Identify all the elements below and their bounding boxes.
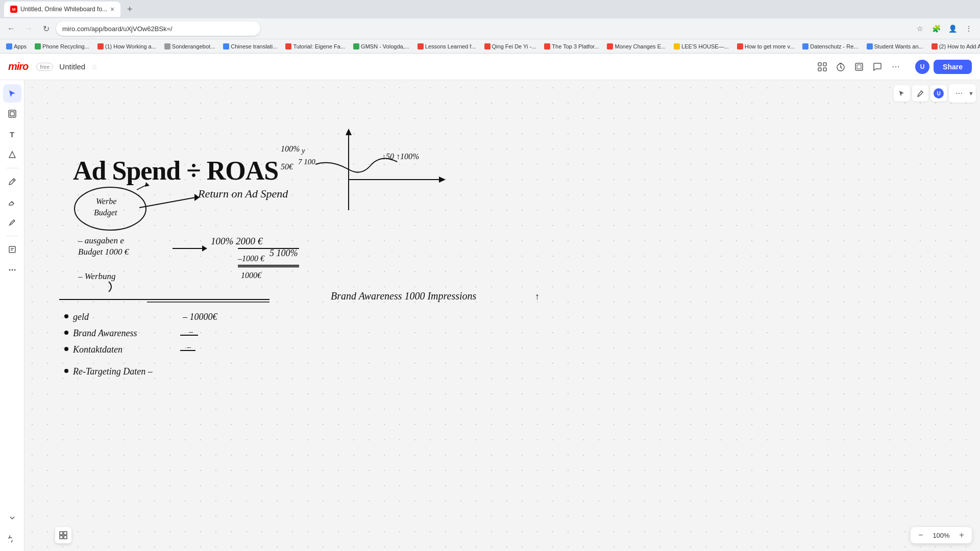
address-bar-row: ← → ↻ ☆ 🧩 👤 ⋮ xyxy=(0,18,980,39)
bookmark-icon xyxy=(164,43,170,49)
miro-app: miro free Untitled ☆ ⋯ U Share xyxy=(0,54,980,551)
timer-btn[interactable] xyxy=(832,59,849,75)
profile-btn[interactable]: 👤 xyxy=(945,21,960,36)
svg-text:–1000 €: –1000 € xyxy=(237,254,265,263)
sidebar-sticky-btn[interactable] xyxy=(3,240,21,259)
bookmark-13[interactable]: Datenschutz - Re... xyxy=(800,42,860,51)
active-tab[interactable]: M Untitled, Online Whiteboard fo... × xyxy=(4,2,120,17)
zoom-out-btn[interactable]: − xyxy=(915,529,927,541)
bookmark-6[interactable]: GMSN - Vologda,... xyxy=(351,42,411,51)
sidebar-cursor-btn[interactable] xyxy=(3,84,21,103)
pen-right-btn[interactable] xyxy=(912,85,928,102)
left-sidebar: T xyxy=(0,80,24,551)
sidebar-shapes-btn[interactable] xyxy=(3,145,21,164)
back-btn[interactable]: ← xyxy=(4,21,18,36)
svg-text:Return on Ad Spend: Return on Ad Spend xyxy=(198,187,288,200)
sidebar-divider-2 xyxy=(6,236,18,236)
bookmark-icon xyxy=(932,43,938,49)
svg-point-46 xyxy=(64,369,68,373)
sidebar-text-btn[interactable]: T xyxy=(3,125,21,143)
title-star-btn[interactable]: ☆ xyxy=(91,63,98,71)
avatar-right-btn[interactable]: U xyxy=(930,85,947,102)
zoom-level: 100% xyxy=(931,532,951,539)
sidebar-minimize-btn[interactable] xyxy=(3,509,21,527)
bookmark-4[interactable]: Chinese translati... xyxy=(221,42,279,51)
canvas-area[interactable]: Ad Spend ÷ ROAS Return on Ad Spend Werbe… xyxy=(24,80,980,551)
svg-text:geld: geld xyxy=(73,312,89,322)
toolbar-apps-btn[interactable] xyxy=(814,59,830,75)
bookmark-icon xyxy=(802,43,808,49)
svg-marker-24 xyxy=(202,245,207,252)
svg-text:5 100%: 5 100% xyxy=(270,248,298,258)
svg-marker-49 xyxy=(346,129,352,135)
bookmark-icon xyxy=(418,43,424,49)
svg-text:50€: 50€ xyxy=(281,162,293,171)
expand-btn[interactable]: ⋯ xyxy=(951,85,967,102)
bookmark-8[interactable]: Qing Fei De Yi -... xyxy=(482,42,538,51)
free-badge: free xyxy=(36,63,53,71)
bookmark-11[interactable]: LEE'S HOUSE—... xyxy=(672,42,731,51)
browser-chrome: M Untitled, Online Whiteboard fo... × + … xyxy=(0,0,980,54)
bookmark-btn[interactable]: ☆ xyxy=(913,21,927,36)
bookmark-12[interactable]: How to get more v... xyxy=(735,42,797,51)
extension-btn[interactable]: 🧩 xyxy=(929,21,943,36)
svg-point-10 xyxy=(9,269,10,271)
cursor-right-btn[interactable] xyxy=(894,85,910,102)
collaborators-btn[interactable]: U xyxy=(914,59,930,75)
frames-btn[interactable] xyxy=(851,59,867,75)
board-overview-btn[interactable] xyxy=(55,527,71,543)
toolbar-right-icons: ⋯ xyxy=(814,59,904,75)
refresh-btn[interactable]: ↻ xyxy=(39,21,53,36)
toolbar-user-actions: U Share xyxy=(914,59,972,75)
svg-rect-6 xyxy=(857,65,861,69)
svg-rect-59 xyxy=(60,532,63,535)
svg-rect-61 xyxy=(60,536,63,539)
more-options-btn[interactable]: ⋯ xyxy=(888,59,904,75)
miro-top-toolbar: miro free Untitled ☆ ⋯ U Share xyxy=(0,54,980,80)
user-avatar: U xyxy=(915,60,929,74)
svg-marker-51 xyxy=(439,177,446,183)
svg-text:Brand Awareness  1000 Impressi: Brand Awareness 1000 Impressions xyxy=(331,290,477,302)
bookmark-icon xyxy=(6,43,12,49)
menu-btn[interactable]: ⋮ xyxy=(962,21,976,36)
expand-arrow[interactable]: ▼ xyxy=(968,90,974,96)
svg-text:7 100: 7 100 xyxy=(298,158,315,166)
bookmark-2[interactable]: (1) How Working a... xyxy=(95,42,158,51)
bookmark-icon xyxy=(97,43,104,49)
miro-logo: miro xyxy=(8,61,28,72)
tab-title: Untitled, Online Whiteboard fo... xyxy=(20,6,107,13)
sidebar-undo-btn[interactable] xyxy=(3,529,21,547)
svg-rect-1 xyxy=(823,63,826,66)
comments-btn[interactable] xyxy=(869,59,886,75)
zoom-in-btn[interactable]: + xyxy=(955,529,968,541)
svg-rect-60 xyxy=(64,532,67,535)
sidebar-pen-btn[interactable] xyxy=(3,172,21,191)
address-input[interactable] xyxy=(56,21,260,36)
bookmark-icon xyxy=(484,43,491,49)
share-button[interactable]: Share xyxy=(934,60,972,74)
new-tab-btn[interactable]: + xyxy=(122,2,137,16)
sidebar-marker-btn[interactable] xyxy=(3,213,21,232)
tab-favicon: M xyxy=(10,6,17,13)
bookmark-3[interactable]: Sonderangebot... xyxy=(162,42,217,51)
bookmark-7[interactable]: Lessons Learned f... xyxy=(415,42,478,51)
bookmark-14[interactable]: Student Wants an... xyxy=(865,42,925,51)
sidebar-eraser-btn[interactable] xyxy=(3,193,21,211)
svg-text:y: y xyxy=(301,146,305,155)
bookmark-icon xyxy=(737,43,743,49)
sidebar-more-btn[interactable] xyxy=(3,261,21,279)
bookmark-9[interactable]: The Top 3 Platfor... xyxy=(542,42,601,51)
forward-btn[interactable]: → xyxy=(21,21,36,36)
bookmark-15[interactable]: (2) How to Add A... xyxy=(929,42,980,51)
bookmark-icon xyxy=(607,43,613,49)
tab-close-btn[interactable]: × xyxy=(110,5,114,13)
bookmark-1[interactable]: Phone Recycling... xyxy=(33,42,91,51)
board-title[interactable]: Untitled xyxy=(59,62,85,71)
bookmark-icon xyxy=(867,43,873,49)
svg-text:–: – xyxy=(188,327,193,336)
bookmark-apps[interactable]: Apps xyxy=(4,42,29,51)
sidebar-frames-btn[interactable] xyxy=(3,105,21,123)
bookmark-10[interactable]: Money Changes E... xyxy=(605,42,668,51)
svg-rect-0 xyxy=(818,63,821,66)
bookmark-5[interactable]: Tutorial: Eigene Fa... xyxy=(283,42,347,51)
